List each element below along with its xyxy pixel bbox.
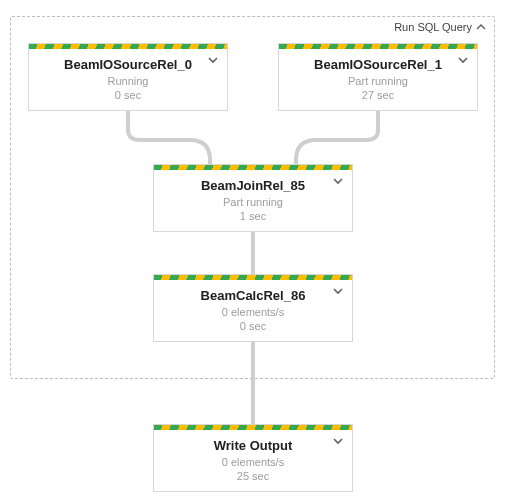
node-beam-calc[interactable]: BeamCalcRel_86 0 elements/s 0 sec: [153, 275, 353, 342]
chevron-down-icon[interactable]: [332, 175, 344, 187]
running-stripe: [153, 164, 353, 170]
chevron-down-icon[interactable]: [207, 54, 219, 66]
node-title: BeamJoinRel_85: [154, 178, 352, 193]
node-time: 0 sec: [29, 89, 227, 101]
chevron-down-icon[interactable]: [457, 54, 469, 66]
node-title: BeamIOSourceRel_1: [279, 57, 477, 72]
node-rate: 0 elements/s: [154, 456, 352, 468]
node-write-output[interactable]: Write Output 0 elements/s 25 sec: [153, 425, 353, 492]
node-status: Running: [29, 75, 227, 87]
node-status: Part running: [154, 196, 352, 208]
chevron-up-icon: [476, 22, 486, 32]
chevron-down-icon[interactable]: [332, 435, 344, 447]
node-status: Part running: [279, 75, 477, 87]
group-header[interactable]: Run SQL Query: [394, 21, 486, 33]
running-stripe: [153, 424, 353, 430]
node-title: BeamCalcRel_86: [154, 288, 352, 303]
running-stripe: [278, 43, 478, 49]
node-time: 0 sec: [154, 320, 352, 332]
running-stripe: [28, 43, 228, 49]
node-beam-io-source-1[interactable]: BeamIOSourceRel_1 Part running 27 sec: [278, 44, 478, 111]
node-time: 27 sec: [279, 89, 477, 101]
node-time: 1 sec: [154, 210, 352, 222]
node-title: BeamIOSourceRel_0: [29, 57, 227, 72]
node-beam-join[interactable]: BeamJoinRel_85 Part running 1 sec: [153, 165, 353, 232]
node-title: Write Output: [154, 438, 352, 453]
running-stripe: [153, 274, 353, 280]
node-beam-io-source-0[interactable]: BeamIOSourceRel_0 Running 0 sec: [28, 44, 228, 111]
node-rate: 0 elements/s: [154, 306, 352, 318]
node-time: 25 sec: [154, 470, 352, 482]
chevron-down-icon[interactable]: [332, 285, 344, 297]
group-label: Run SQL Query: [394, 21, 472, 33]
